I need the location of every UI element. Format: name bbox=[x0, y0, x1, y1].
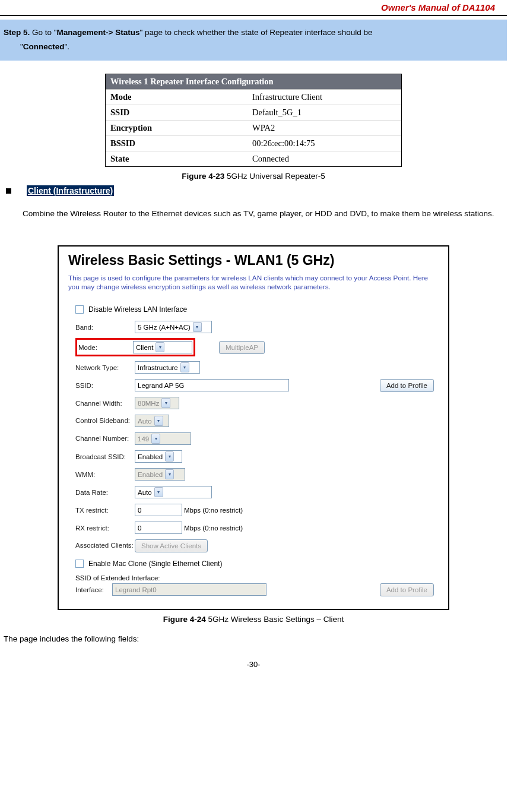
band-value: 5 GHz (A+N+AC) bbox=[138, 324, 191, 331]
band-select[interactable]: 5 GHz (A+N+AC) ▾ bbox=[135, 321, 212, 333]
tx-restrict-input[interactable]: 0 bbox=[135, 504, 182, 516]
step-text-4: ". bbox=[65, 42, 70, 51]
mode-label: Mode: bbox=[78, 344, 133, 351]
network-type-value: Infrastructure bbox=[138, 364, 178, 371]
disable-wlan-label: Disable Wireless LAN Interface bbox=[88, 305, 187, 314]
control-sideband-select: Auto ▾ bbox=[135, 415, 169, 427]
band-label: Band: bbox=[75, 324, 135, 331]
bullet-heading: Client (Infrastructure) bbox=[0, 184, 507, 198]
control-sideband-label: Control Sideband: bbox=[75, 417, 135, 425]
channel-number-value: 149 bbox=[138, 435, 149, 443]
caption-rest: 5GHz Wireless Basic Settings – Client bbox=[206, 615, 344, 624]
table-row: BSSID 00:26:ec:00:14:75 bbox=[106, 136, 401, 151]
ssid-value: Legrand AP 5G bbox=[138, 382, 184, 389]
caption-bold: Figure 4-24 bbox=[163, 615, 206, 624]
ssid-extended-row: SSID of Extended Interface: bbox=[75, 574, 439, 582]
data-rate-select[interactable]: Auto ▾ bbox=[135, 486, 212, 498]
table-row: State Connected bbox=[106, 151, 401, 166]
row-value: WPA2 bbox=[248, 121, 401, 135]
figure-4-23-caption: Figure 4-23 5GHz Universal Repeater-5 bbox=[182, 172, 325, 181]
step-label: Step 5. bbox=[4, 28, 30, 37]
wmm-value: Enabled bbox=[138, 471, 163, 478]
chevron-down-icon: ▾ bbox=[193, 322, 202, 332]
caption-bold: Figure 4-23 bbox=[182, 172, 224, 181]
doc-title: Owner's Manual of DA1104 bbox=[381, 2, 495, 12]
square-bullet-icon bbox=[6, 188, 11, 194]
step-callout: Step 5. Go to "Management-> Status" page… bbox=[0, 20, 507, 61]
ssid-ext-sublabel-empty: Interface: bbox=[75, 586, 112, 593]
mac-clone-checkbox[interactable] bbox=[75, 560, 84, 568]
bullet-title: Client (Infrastructure) bbox=[27, 185, 114, 196]
tx-restrict-label: TX restrict: bbox=[75, 507, 135, 514]
wmm-select: Enabled ▾ bbox=[135, 468, 185, 481]
rx-restrict-input[interactable]: 0 bbox=[135, 522, 182, 534]
repeater-config-title: Wireless 1 Repeater Interface Configurat… bbox=[106, 74, 401, 90]
row-label: Mode bbox=[106, 90, 248, 105]
multipleap-button: MultipleAP bbox=[219, 341, 265, 354]
chevron-down-icon: ▾ bbox=[151, 434, 160, 444]
bottom-paragraph: The page includes the following fields: bbox=[0, 626, 507, 643]
add-to-profile-button-2: Add to Profile bbox=[380, 583, 434, 596]
control-sideband-value: Auto bbox=[138, 418, 152, 425]
figure-4-24-caption: Figure 4-24 5GHz Wireless Basic Settings… bbox=[163, 615, 344, 624]
broadcast-ssid-value: Enabled bbox=[138, 453, 163, 460]
step-bold-2: Connected bbox=[23, 42, 65, 51]
channel-width-value: 80MHz bbox=[138, 400, 159, 407]
rx-restrict-value: 0 bbox=[138, 525, 141, 532]
table-row: SSID Default_5G_1 bbox=[106, 105, 401, 121]
chevron-down-icon: ▾ bbox=[180, 362, 189, 372]
rx-restrict-label: RX restrict: bbox=[75, 525, 135, 532]
paragraph: Combine the Wireless Router to the Ether… bbox=[0, 198, 507, 226]
mode-select[interactable]: Client ▾ bbox=[133, 341, 192, 353]
row-label: SSID bbox=[106, 105, 248, 120]
tx-restrict-value: 0 bbox=[138, 507, 141, 514]
step-bold-1: Management-> Status bbox=[57, 28, 140, 37]
row-label: State bbox=[106, 151, 248, 166]
row-value: 00:26:ec:00:14:75 bbox=[248, 136, 401, 151]
settings-page-desc: This page is used to configure the param… bbox=[68, 273, 439, 292]
ssid-extended-label: SSID of Extended Interface: bbox=[75, 574, 160, 582]
mac-clone-row: Enable Mac Clone (Single Ethernet Client… bbox=[75, 557, 439, 570]
ssid-extended-value: Legrand Rpt0 bbox=[115, 586, 157, 593]
broadcast-ssid-select[interactable]: Enabled ▾ bbox=[135, 450, 182, 463]
step-text-1: Go to " bbox=[30, 28, 56, 37]
data-rate-value: Auto bbox=[138, 489, 152, 496]
figure-4-23-screenshot: Wireless 1 Repeater Interface Configurat… bbox=[105, 74, 402, 167]
caption-rest: 5GHz Universal Repeater-5 bbox=[224, 172, 325, 181]
settings-page-title: Wireless Basic Settings - WLAN1 (5 GHz) bbox=[68, 252, 439, 268]
ssid-extended-input: Legrand Rpt0 bbox=[112, 583, 266, 596]
tx-mbps-note: Mbps (0:no restrict) bbox=[184, 507, 243, 514]
channel-width-select: 80MHz ▾ bbox=[135, 397, 179, 409]
row-value: Default_5G_1 bbox=[248, 105, 401, 120]
row-value: Infrastructure Client bbox=[248, 90, 401, 105]
network-type-select[interactable]: Infrastructure ▾ bbox=[135, 361, 200, 374]
mac-clone-label: Enable Mac Clone (Single Ethernet Client… bbox=[88, 560, 222, 568]
broadcast-ssid-label: Broadcast SSID: bbox=[75, 453, 135, 460]
data-rate-label: Data Rate: bbox=[75, 489, 135, 496]
add-to-profile-button[interactable]: Add to Profile bbox=[380, 379, 434, 392]
ssid-label: SSID: bbox=[75, 382, 135, 389]
chevron-down-icon: ▾ bbox=[165, 469, 174, 479]
chevron-down-icon: ▾ bbox=[161, 398, 170, 408]
row-label: Encryption bbox=[106, 121, 248, 135]
chevron-down-icon: ▾ bbox=[154, 487, 163, 497]
row-label: BSSID bbox=[106, 136, 248, 151]
mode-highlight: Mode: Client ▾ bbox=[75, 338, 195, 356]
chevron-down-icon: ▾ bbox=[156, 342, 164, 352]
network-type-label: Network Type: bbox=[75, 364, 135, 371]
disable-wlan-checkbox[interactable] bbox=[75, 305, 84, 314]
channel-number-label: Channel Number: bbox=[75, 435, 135, 443]
chevron-down-icon: ▾ bbox=[165, 451, 174, 462]
wmm-label: WMM: bbox=[75, 471, 135, 478]
figure-4-24-screenshot: Wireless Basic Settings - WLAN1 (5 GHz) … bbox=[58, 245, 449, 611]
rx-mbps-note: Mbps (0:no restrict) bbox=[184, 525, 243, 532]
ssid-input[interactable]: Legrand AP 5G bbox=[135, 379, 289, 391]
table-row: Encryption WPA2 bbox=[106, 121, 401, 136]
chevron-down-icon: ▾ bbox=[154, 416, 163, 426]
channel-number-select: 149 ▾ bbox=[135, 432, 191, 445]
disable-wlan-row: Disable Wireless LAN Interface bbox=[75, 302, 439, 316]
page-number: -30- bbox=[0, 643, 507, 671]
doc-header: Owner's Manual of DA1104 bbox=[0, 0, 507, 16]
show-active-clients-button: Show Active Clients bbox=[135, 539, 208, 552]
mode-value: Client bbox=[136, 344, 153, 351]
